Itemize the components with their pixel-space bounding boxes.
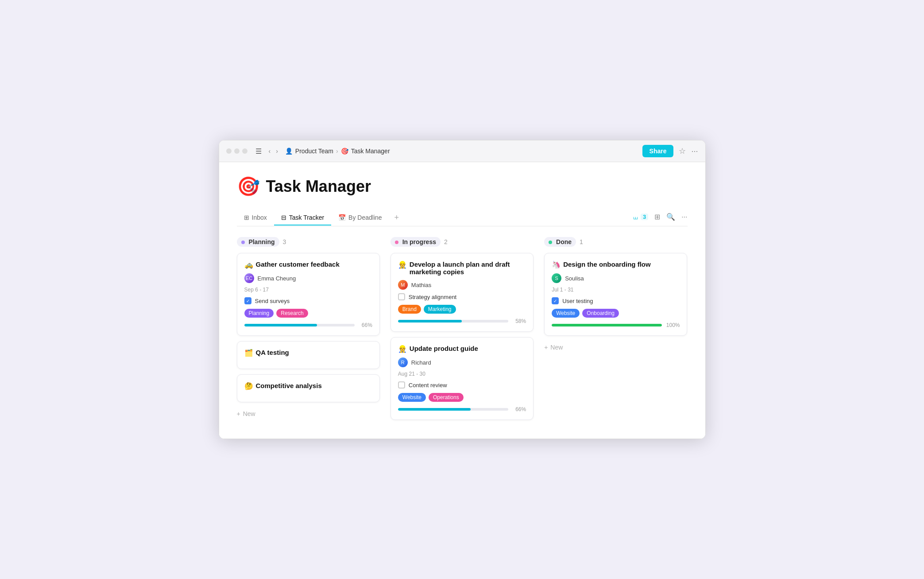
search-icon[interactable]: 🔍 bbox=[666, 213, 675, 221]
card-checkbox-row: Strategy alignment bbox=[398, 293, 526, 300]
progress-bar-bg bbox=[398, 320, 508, 323]
card-tag[interactable]: Brand bbox=[398, 305, 421, 314]
progress-bar-bg bbox=[398, 408, 508, 411]
card-title-text: Competitive analysis bbox=[256, 382, 322, 389]
column-planning: Planning 3 🚕 Gather customer feedback EC… bbox=[237, 237, 380, 420]
card-tag[interactable]: Onboarding bbox=[582, 309, 619, 318]
card-tag[interactable]: Website bbox=[398, 393, 426, 402]
new-item-done[interactable]: + New bbox=[544, 341, 687, 354]
card-tag[interactable]: Research bbox=[276, 309, 308, 318]
card-onboarding-flow[interactable]: 🦄 Design the onboarding flow S Soulisa J… bbox=[544, 253, 687, 336]
card-title: 🦄 Design the onboarding flow bbox=[552, 260, 680, 269]
card-assignee: EC Emma Cheung bbox=[244, 273, 372, 283]
nav-arrows: ‹ › bbox=[267, 147, 280, 155]
card-assignee: R Richard bbox=[398, 358, 526, 367]
assignee-name: Soulisa bbox=[565, 275, 584, 282]
card-emoji: 🗂️ bbox=[244, 349, 253, 357]
card-tags: WebsiteOperations bbox=[398, 393, 526, 402]
card-emoji: 🚕 bbox=[244, 260, 253, 269]
plus-icon: + bbox=[544, 344, 548, 351]
breadcrumb-separator: › bbox=[336, 148, 338, 155]
card-checkbox[interactable]: ✓ bbox=[244, 297, 251, 304]
progress-label: 66% bbox=[358, 322, 372, 328]
assignee-name: Richard bbox=[411, 359, 431, 366]
progress-fill bbox=[398, 320, 462, 323]
tab-inbox[interactable]: ⊞ Inbox bbox=[237, 210, 274, 225]
card-tags: WebsiteOnboarding bbox=[552, 309, 680, 318]
page-icon: 🎯 bbox=[237, 175, 260, 197]
card-tag[interactable]: Marketing bbox=[424, 305, 456, 314]
card-checkbox-row: ✓ User testing bbox=[552, 297, 680, 304]
card-tag[interactable]: Website bbox=[552, 309, 580, 318]
filter-button[interactable]: ⧢ 3 bbox=[633, 214, 648, 221]
tabs-toolbar: ⧢ 3 ⊞ 🔍 ··· bbox=[633, 213, 688, 223]
column-count: 3 bbox=[283, 238, 286, 245]
traffic-light-yellow bbox=[234, 148, 240, 154]
progress-label: 100% bbox=[665, 322, 680, 328]
card-checkbox-label: Content review bbox=[409, 382, 447, 389]
column-done: Done 1 🦄 Design the onboarding flow S So… bbox=[544, 237, 687, 354]
page-title: Task Manager bbox=[266, 177, 371, 196]
card-title-text: QA testing bbox=[256, 349, 289, 356]
plus-icon: + bbox=[237, 410, 240, 417]
progress-fill bbox=[244, 324, 317, 326]
card-qa-testing[interactable]: 🗂️ QA testing bbox=[237, 341, 380, 369]
card-update-product-guide[interactable]: 👷 Update product guide R Richard Aug 21 … bbox=[390, 337, 534, 420]
progress-fill bbox=[552, 324, 662, 326]
card-title: 🗂️ QA testing bbox=[244, 349, 372, 357]
share-button[interactable]: Share bbox=[642, 145, 674, 157]
group-icon[interactable]: ⊞ bbox=[654, 213, 660, 221]
card-emoji: 🦄 bbox=[552, 260, 561, 269]
back-arrow[interactable]: ‹ bbox=[267, 147, 273, 155]
tab-task-tracker[interactable]: ⊟ Task Tracker bbox=[274, 210, 331, 225]
card-competitive-analysis[interactable]: 🤔 Competitive analysis bbox=[237, 374, 380, 402]
column-header-done: Done 1 bbox=[544, 237, 687, 247]
progress-fill bbox=[398, 408, 471, 411]
titlebar: ☰ ‹ › 👤 Product Team › 🎯 Task Manager Sh… bbox=[219, 140, 705, 162]
workspace-icon: 👤 bbox=[285, 148, 293, 155]
breadcrumb-page[interactable]: Task Manager bbox=[351, 148, 390, 155]
card-tag[interactable]: Planning bbox=[244, 309, 274, 318]
task-tracker-icon: ⊟ bbox=[281, 214, 286, 221]
status-label: Done bbox=[544, 237, 576, 247]
new-item-planning[interactable]: + New bbox=[237, 408, 380, 420]
card-checkbox[interactable] bbox=[398, 381, 405, 389]
column-in-progress: In progress 2 👷 Develop a launch plan an… bbox=[390, 237, 534, 425]
more-options-icon[interactable]: ··· bbox=[691, 147, 698, 156]
avatar: M bbox=[398, 280, 408, 290]
avatar: S bbox=[552, 273, 561, 283]
tab-add-button[interactable]: + bbox=[389, 210, 405, 226]
card-tag[interactable]: Operations bbox=[429, 393, 464, 402]
card-checkbox[interactable] bbox=[398, 293, 405, 300]
card-checkbox[interactable]: ✓ bbox=[552, 297, 559, 304]
avatar: R bbox=[398, 358, 408, 367]
card-emoji: 👷 bbox=[398, 345, 407, 353]
card-title: 🤔 Competitive analysis bbox=[244, 382, 372, 390]
card-launch-plan[interactable]: 👷 Develop a launch plan and draft market… bbox=[390, 253, 534, 332]
status-label: Planning bbox=[237, 237, 279, 247]
card-title-text: Update product guide bbox=[410, 345, 478, 352]
toolbar-more-icon[interactable]: ··· bbox=[681, 213, 687, 221]
card-title-text: Design the onboarding flow bbox=[563, 260, 651, 268]
assignee-name: Emma Cheung bbox=[258, 275, 296, 282]
tabs-bar: ⊞ Inbox ⊟ Task Tracker 📅 By Deadline + ⧢… bbox=[237, 210, 688, 226]
inbox-icon: ⊞ bbox=[244, 214, 249, 221]
card-title: 🚕 Gather customer feedback bbox=[244, 260, 372, 269]
progress-bar-bg bbox=[244, 324, 355, 326]
page-header: 🎯 Task Manager bbox=[237, 175, 688, 197]
card-gather-feedback[interactable]: 🚕 Gather customer feedback EC Emma Cheun… bbox=[237, 253, 380, 336]
filter-icon: ⧢ bbox=[633, 214, 639, 221]
traffic-lights bbox=[226, 148, 247, 154]
traffic-light-green bbox=[242, 148, 247, 154]
card-checkbox-label: User testing bbox=[562, 298, 593, 304]
progress-label: 66% bbox=[512, 406, 526, 412]
tab-by-deadline[interactable]: 📅 By Deadline bbox=[331, 210, 389, 225]
column-header-planning: Planning 3 bbox=[237, 237, 380, 247]
card-checkbox-label: Send surveys bbox=[255, 298, 290, 304]
card-emoji: 🤔 bbox=[244, 382, 253, 390]
star-icon[interactable]: ☆ bbox=[679, 146, 686, 156]
breadcrumb-workspace[interactable]: Product Team bbox=[295, 148, 333, 155]
menu-icon[interactable]: ☰ bbox=[255, 147, 262, 155]
deadline-icon: 📅 bbox=[338, 214, 346, 221]
forward-arrow[interactable]: › bbox=[274, 147, 280, 155]
